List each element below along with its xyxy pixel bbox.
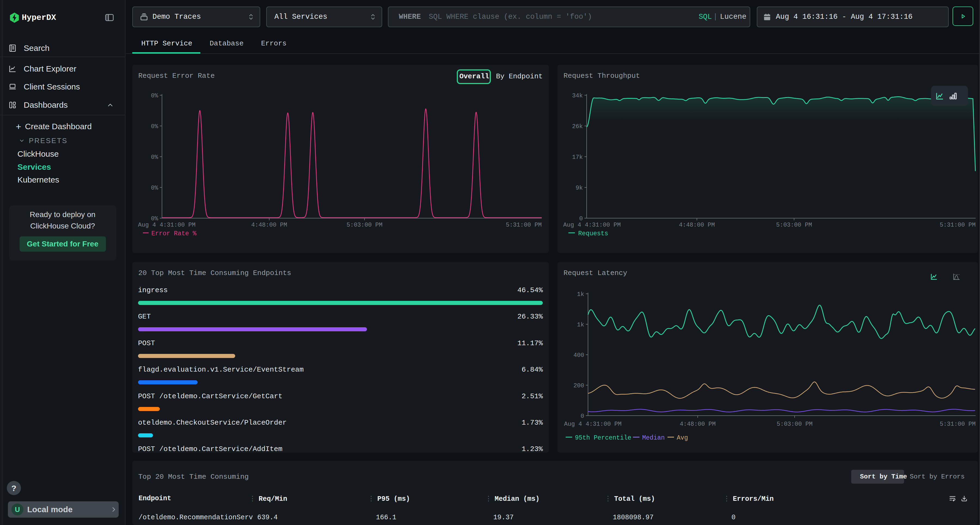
svg-text:200: 200 bbox=[573, 382, 584, 389]
svg-text:4:48:00 PM: 4:48:00 PM bbox=[679, 222, 715, 228]
svg-text:5:03:00 PM: 5:03:00 PM bbox=[776, 222, 812, 228]
svg-text:1k: 1k bbox=[577, 322, 584, 328]
svg-text:5:31:00 PM: 5:31:00 PM bbox=[506, 222, 542, 228]
svg-text:Aug 4 4:31:00 PM: Aug 4 4:31:00 PM bbox=[564, 421, 622, 428]
svg-text:0%: 0% bbox=[151, 185, 158, 192]
svg-text:Requests: Requests bbox=[578, 230, 608, 237]
svg-text:5:31:00 PM: 5:31:00 PM bbox=[940, 222, 976, 228]
svg-text:5:31:00 PM: 5:31:00 PM bbox=[940, 421, 976, 428]
svg-text:0: 0 bbox=[579, 216, 583, 222]
svg-text:4:48:00 PM: 4:48:00 PM bbox=[251, 222, 287, 228]
svg-text:0%: 0% bbox=[151, 123, 158, 130]
svg-text:0: 0 bbox=[581, 413, 584, 420]
svg-text:400: 400 bbox=[573, 352, 584, 359]
svg-text:Avg: Avg bbox=[677, 435, 688, 441]
svg-text:34k: 34k bbox=[572, 92, 583, 99]
svg-text:0%: 0% bbox=[151, 216, 158, 222]
svg-text:4:48:00 PM: 4:48:00 PM bbox=[680, 421, 716, 428]
svg-text:5:03:00 PM: 5:03:00 PM bbox=[776, 421, 813, 428]
svg-text:0%: 0% bbox=[151, 154, 158, 161]
svg-text:Error Rate %: Error Rate % bbox=[151, 230, 197, 237]
svg-text:Aug 4 4:31:00 PM: Aug 4 4:31:00 PM bbox=[138, 222, 196, 228]
svg-text:Aug 4 4:31:00 PM: Aug 4 4:31:00 PM bbox=[563, 222, 620, 228]
svg-text:26k: 26k bbox=[572, 123, 583, 130]
svg-text:5:03:00 PM: 5:03:00 PM bbox=[347, 222, 382, 228]
svg-text:0%: 0% bbox=[151, 92, 158, 99]
svg-text:95th Percentile: 95th Percentile bbox=[575, 435, 631, 441]
svg-text:Median: Median bbox=[642, 435, 665, 441]
svg-text:17k: 17k bbox=[572, 154, 583, 161]
svg-text:1k: 1k bbox=[577, 291, 584, 298]
svg-text:9k: 9k bbox=[576, 185, 583, 192]
